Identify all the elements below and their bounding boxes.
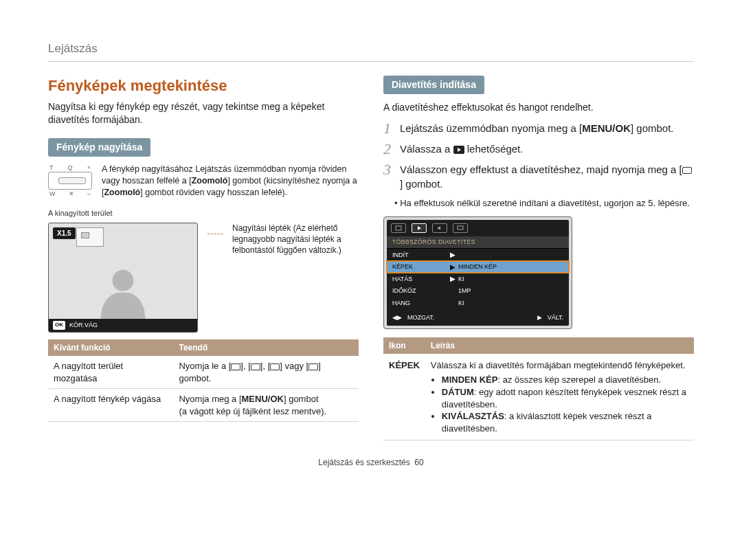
menu-title: TÖBBSZÖRÖS DIAVETÍTÉS [387, 236, 569, 249]
step-number: 1 [383, 121, 393, 136]
menu-panel: TÖBBSZÖRÖS DIAVETÍTÉS INDÍT ▶ KÉPEK ▶ MI… [387, 236, 569, 309]
annotation-leader-line [207, 234, 223, 234]
func-cell-crop: A nagyított fénykép vágása [48, 389, 173, 422]
func-cell-move: A nagyított terület mozgatása [48, 356, 173, 389]
description-table: Ikon Leírás KÉPEK Válassza ki a diavetít… [383, 337, 694, 440]
zoom-scale-annotation: Nagyítási lépték (Az elérhető legnagyobb… [232, 223, 359, 256]
preview-footer-bar: OK KÖR.VÁG [49, 319, 197, 332]
page-intro: Nagyítsa ki egy fénykép egy részét, vagy… [48, 100, 359, 126]
slideshow-intro: A diavetítéshez effektusokat és hangot r… [383, 101, 694, 114]
change-label: VÁLT. [548, 313, 563, 322]
zoom-w-label: W [49, 190, 56, 198]
flash-icon [270, 363, 280, 370]
table-row: KÉPEK Válassza ki a diavetítés formájába… [383, 354, 694, 440]
zoom-instruction-text: A fénykép nagyításához Lejátszás üzemmód… [102, 164, 359, 199]
page-number: 60 [414, 458, 423, 467]
tab-icon-sound [432, 223, 447, 233]
desc-text-cell: Válassza ki a diavetítés formájában megt… [425, 354, 694, 440]
page-title: Fényképek megtekintése [48, 76, 359, 96]
preview-with-annotation: X1.5 OK KÖR.VÁG Nagyítási lépték (Az elé… [48, 223, 359, 333]
zoom-lever-diagram: T Q + W ✕ – [48, 164, 92, 199]
step-1: 1 Lejátszás üzemmódban nyomja meg a [MEN… [383, 121, 694, 136]
play-icon: ▶ [537, 313, 542, 322]
menu-tabs [387, 220, 569, 236]
breadcrumb: Lejátszás [48, 41, 694, 62]
camera-menu-screenshot: TÖBBSZÖRÖS DIAVETÍTÉS INDÍT ▶ KÉPEK ▶ MI… [383, 216, 572, 329]
list-item: MINDEN KÉP: az összes kép szerepel a dia… [442, 374, 688, 386]
nav-icon: ◀▶ [392, 313, 402, 322]
zoom-preview-screenshot: X1.5 OK KÖR.VÁG [48, 223, 198, 333]
subheading-slideshow: Diavetítés indítása [383, 76, 484, 94]
slideshow-mode-icon [453, 146, 464, 154]
display-icon [308, 363, 318, 370]
ok-icon: OK [53, 321, 65, 330]
footer-section: Lejátszás és szerkesztés [318, 458, 409, 467]
svg-rect-0 [396, 226, 401, 230]
menu-footer: ◀▶ MOZGAT. ▶ VÁLT. [387, 309, 569, 326]
desc-icon-cell: KÉPEK [383, 354, 425, 440]
timer-icon [251, 363, 260, 370]
left-column: Fényképek megtekintése Nagyítsa ki egy f… [48, 76, 359, 440]
svg-rect-1 [458, 226, 463, 229]
inset-thumbnail [76, 227, 104, 247]
zoom-plus: + [87, 164, 91, 172]
step-number: 3 [383, 162, 393, 192]
zoom-minus: – [87, 190, 91, 198]
zoom-x-icon: ✕ [69, 190, 74, 198]
menu-item-start: INDÍT ▶ [387, 249, 569, 261]
step-3-note: Ha effektusok nélkül szeretné indítani a… [383, 197, 694, 210]
zoom-scale-badge: X1.5 [53, 227, 76, 240]
func-cell-crop-action: Nyomja meg a [MENU/OK] gombot (a vágott … [173, 389, 359, 422]
move-label: MOZGAT. [407, 313, 434, 322]
step-2: 2 Válassza a lehetőséget. [383, 142, 694, 157]
page-footer: Lejátszás és szerkesztés 60 [48, 457, 694, 468]
func-header-todo: Teendő [173, 339, 359, 356]
zoom-t-label: T [49, 164, 54, 172]
function-table: Kívánt funkció Teendő A nagyított terüle… [48, 339, 359, 422]
desc-header-icon: Ikon [383, 337, 425, 354]
zoom-q-icon: Q [68, 164, 73, 172]
table-row: A nagyított fénykép vágása Nyomja meg a … [48, 389, 359, 422]
menu-item-effect: HATÁS ▶ KI [387, 273, 569, 285]
trim-label: KÖR.VÁG [69, 321, 98, 329]
menu-item-interval: IDŐKÖZ ▶ 1MP [387, 285, 569, 298]
step-3: 3 Válasszon egy effektust a diavetítéshe… [383, 162, 694, 192]
right-column: Diavetítés indítása A diavetítéshez effe… [383, 76, 694, 440]
timer-icon [682, 167, 692, 174]
tab-icon-play [412, 223, 427, 233]
func-header-function: Kívánt funkció [48, 339, 173, 356]
func-cell-move-action: Nyomja le a [], [], [] vagy [] gombot. [173, 356, 359, 389]
chevron-right-icon: ▶ [450, 274, 456, 284]
subheading-zoom: Fénykép nagyítása [48, 138, 150, 157]
menu-item-sound: HANG ▶ KI [387, 297, 569, 309]
chevron-right-icon: ▶ [450, 262, 456, 272]
two-column-layout: Fényképek megtekintése Nagyítsa ki egy f… [48, 76, 694, 440]
tab-icon-1 [391, 223, 406, 233]
chevron-right-icon: ▶ [450, 250, 456, 260]
desc-header-text: Leírás [425, 337, 694, 354]
step-number: 2 [383, 142, 393, 157]
manual-page: Lejátszás Fényképek megtekintése Nagyíts… [0, 0, 742, 482]
table-row: A nagyított terület mozgatása Nyomja le … [48, 356, 359, 389]
macro-icon [231, 363, 240, 370]
list-item: DÁTUM: egy adott napon készített fénykép… [442, 386, 688, 410]
list-item: KIVÁLASZTÁS: a kiválasztott képek veszne… [442, 410, 688, 434]
enlarged-area-caption: A kinagyított terület [48, 208, 359, 219]
menu-item-images: KÉPEK ▶ MINDEN KÉP [387, 261, 569, 273]
tab-icon-display [453, 223, 468, 233]
zoom-instruction-row: T Q + W ✕ – A fénykép nagyításához Leját… [48, 164, 359, 199]
